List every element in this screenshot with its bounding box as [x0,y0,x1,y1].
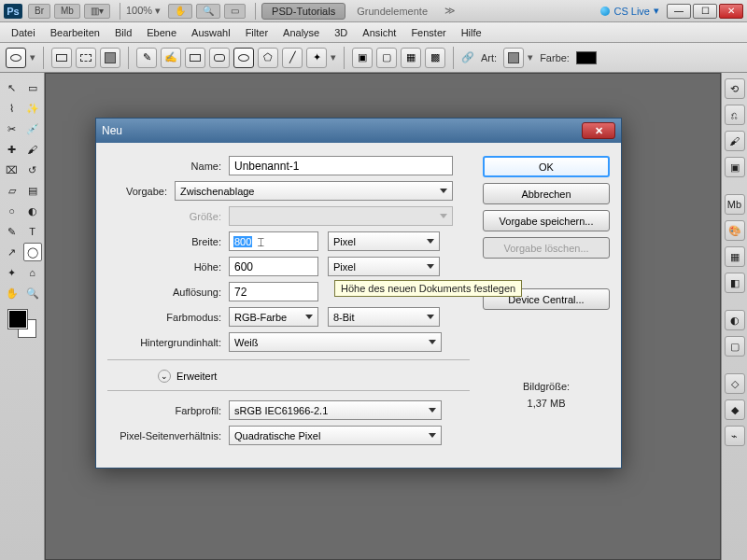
menu-ebene[interactable]: Ebene [139,25,184,40]
pathop-intersect[interactable]: ▦ [401,48,421,68]
path-select-tool[interactable]: ↗ [3,243,21,261]
lasso-tool[interactable]: ⌇ [3,99,21,118]
crop-tool[interactable]: ✂ [3,119,21,138]
view-arrange-button[interactable]: ▥▾ [84,4,110,19]
tooltip: Höhe des neuen Dokuments festlegen [334,280,522,297]
brush-tool[interactable]: 🖌 [23,140,42,159]
hintergrund-combo[interactable]: Weiß [229,332,442,352]
zoom-tool[interactable]: 🔍 [23,284,42,302]
pathop-exclude[interactable]: ▩ [425,48,445,68]
vorgabe-combo[interactable]: Zwischenablage [175,181,453,201]
ellipse-tool[interactable]: ◯ [23,243,42,261]
zoom-tool-button[interactable]: 🔍 [196,4,220,19]
farbmodus-combo[interactable]: RGB-Farbe [229,307,318,327]
gradient-tool[interactable]: ▤ [23,181,42,200]
breite-unit-combo[interactable]: Pixel [328,231,440,251]
workspace-overflow[interactable]: ≫ [444,5,456,17]
menu-bearbeiten[interactable]: Bearbeiten [43,25,107,40]
mode-fill[interactable] [100,48,120,68]
color-swatches[interactable] [8,310,36,338]
farbprofil-combo[interactable]: sRGB IEC61966-2.1 [229,400,442,420]
pixelsv-combo[interactable]: Quadratische Pixel [229,426,442,445]
window-maximize[interactable]: ☐ [693,4,717,19]
history-brush-tool[interactable]: ↺ [23,161,42,179]
panel-brushes-icon[interactable]: 🖌 [725,131,745,151]
shape-pen[interactable]: ✎ [136,48,157,68]
erweitert-toggle[interactable]: ⌄ Erweitert [107,370,470,383]
bildgroesse-label: Bildgröße: [483,381,610,392]
menu-auswahl[interactable]: Auswahl [184,25,238,40]
stamp-tool[interactable]: ⌧ [3,161,21,179]
menu-analyse[interactable]: Analyse [275,25,327,40]
menu-ansicht[interactable]: Ansicht [355,25,403,40]
shape-roundrect[interactable] [209,48,230,68]
eraser-tool[interactable]: ▱ [3,181,21,200]
blur-tool[interactable]: ○ [3,202,21,220]
shape-ellipse[interactable] [233,48,254,68]
options-bar: ▾ ✎ ✍ ⬠ ╱ ✦ ▾ ▣ ▢ ▦ ▩ 🔗 Art: ▾ Farbe: [0,43,747,73]
mode-shape[interactable] [51,48,72,68]
heal-tool[interactable]: ✚ [3,140,21,159]
dialog-close-button[interactable]: ✕ [582,122,615,139]
menu-hilfe[interactable]: Hilfe [454,25,489,40]
wand-tool[interactable]: ✨ [23,99,42,118]
shape-custom[interactable]: ✦ [306,48,327,68]
tool-preset-ellipse[interactable] [6,48,26,68]
eyedropper-tool[interactable]: 💉 [23,119,42,138]
menu-filter[interactable]: Filter [238,25,275,40]
marquee-tool[interactable]: ▭ [23,78,42,97]
mode-paths[interactable] [76,48,96,68]
cs-live-button[interactable]: CS Live ▾ [600,5,659,17]
panel-history-icon[interactable]: ⟲ [725,78,745,99]
panel-channels-icon[interactable]: ◆ [725,399,745,420]
panel-tool-presets-icon[interactable]: ⎌ [725,105,745,125]
shape-line[interactable]: ╱ [282,48,303,68]
panel-masks-icon[interactable]: ▢ [725,336,745,357]
hand-tool-button[interactable]: ✋ [168,4,192,19]
menu-bild[interactable]: Bild [107,25,139,40]
menu-datei[interactable]: Datei [4,25,43,40]
panel-adjustments-icon[interactable]: ◐ [725,310,745,330]
pathop-subtract[interactable]: ▢ [376,48,397,68]
workspace-tab-psdtutorials[interactable]: PSD-Tutorials [261,3,345,20]
style-swatch[interactable] [503,48,524,68]
name-field[interactable] [229,156,453,175]
menu-3d[interactable]: 3D [327,25,355,40]
shape-rect[interactable] [185,48,205,68]
camera-tool[interactable]: ⌂ [23,263,42,282]
shape-freeform[interactable]: ✍ [161,48,181,68]
type-tool[interactable]: T [23,222,42,241]
aufloesung-field[interactable] [229,282,318,301]
panel-paths-icon[interactable]: ⌁ [725,426,745,446]
ok-button[interactable]: OK [483,156,610,177]
breite-field[interactable] [229,231,318,251]
save-preset-button[interactable]: Vorgabe speichern... [483,210,610,231]
bridge-button[interactable]: Br [28,4,50,19]
panel-clone-icon[interactable]: ▣ [725,157,745,177]
workspace-tab-grundelemente[interactable]: Grundelemente [347,4,437,19]
zoom-level[interactable]: 100% ▾ [126,5,161,17]
pathop-add[interactable]: ▣ [352,48,373,68]
panel-layers-icon[interactable]: ◇ [725,373,745,394]
cancel-button[interactable]: Abbrechen [483,183,610,204]
panel-styles-icon[interactable]: ◧ [725,273,745,293]
panel-swatches-icon[interactable]: ▦ [725,246,745,267]
panel-minibridge-icon[interactable]: Mb [725,194,745,215]
hoehe-unit-combo[interactable]: Pixel [328,257,440,276]
window-close[interactable]: ✕ [719,4,743,19]
dodge-tool[interactable]: ◐ [23,202,42,220]
hoehe-field[interactable] [229,257,318,276]
hand-tool[interactable]: ✋ [3,284,21,302]
pen-tool[interactable]: ✎ [3,222,21,241]
move-tool[interactable]: ↖ [3,78,21,97]
menu-fenster[interactable]: Fenster [403,25,453,40]
minibridge-button[interactable]: Mb [54,4,80,19]
color-swatch[interactable] [576,51,597,64]
panel-color-icon[interactable]: 🎨 [725,220,745,241]
window-minimize[interactable]: — [667,4,691,19]
3d-tool[interactable]: ✦ [3,263,21,282]
bit-combo[interactable]: 8-Bit [328,307,440,327]
shape-polygon[interactable]: ⬠ [258,48,278,68]
chain-icon[interactable]: 🔗 [461,51,474,63]
proof-button[interactable]: ▭ [224,4,246,19]
